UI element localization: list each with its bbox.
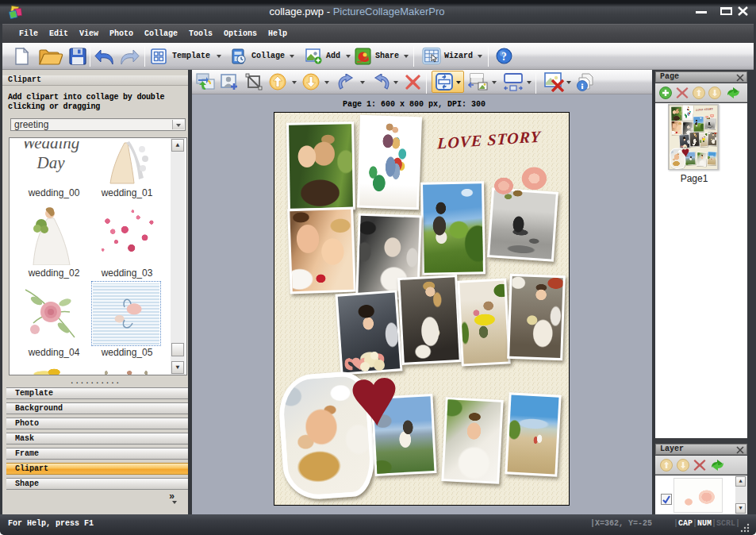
svg-text:?: ? [501,51,507,63]
